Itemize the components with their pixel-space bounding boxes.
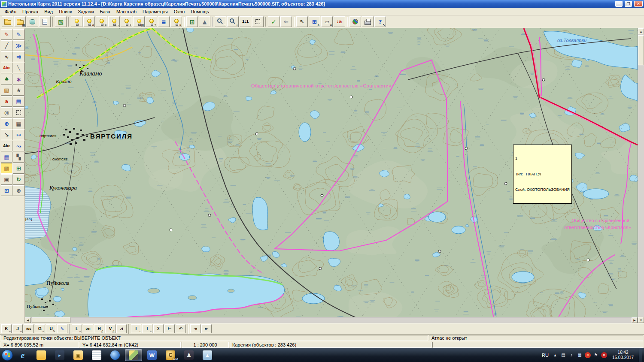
edit-k-button[interactable]: K⌐ (1, 324, 12, 333)
tray-volume-icon[interactable]: ♪ (568, 352, 574, 358)
tool-spline[interactable]: ∿ (1, 51, 12, 62)
text-list-button[interactable]: :a (334, 16, 345, 27)
find-list-button[interactable]: ≡ (96, 16, 107, 27)
zoom-in-button[interactable]: + (227, 16, 239, 27)
menu-search[interactable]: Поиск (56, 9, 75, 15)
tool-line[interactable]: ╱ (1, 40, 12, 51)
tool-parallel[interactable]: ⇉ (13, 51, 24, 62)
language-indicator[interactable]: RU (541, 353, 550, 358)
show-desktop-button[interactable] (639, 348, 642, 362)
vertical-scrollbar[interactable]: ▲ ▼ (638, 28, 644, 323)
scroll-left-button[interactable]: ◀ (25, 317, 31, 323)
find-button[interactable] (71, 16, 82, 27)
tool-curve-arrow[interactable]: ↝ (13, 141, 24, 151)
open-data-button[interactable]: ▦ (14, 16, 26, 27)
menu-database[interactable]: База (97, 9, 113, 15)
tool-text-abc2[interactable]: Abc (1, 141, 12, 151)
tool-fill-select[interactable]: ▨ (1, 163, 12, 174)
tray-error-icon[interactable]: × (601, 352, 607, 358)
close-button[interactable]: ✕ (634, 1, 643, 7)
indent-down-button[interactable]: I- (131, 324, 141, 333)
objects-list-button[interactable]: ≣ (158, 16, 170, 27)
database-button[interactable] (27, 16, 38, 27)
h-align-button[interactable]: H∠ (94, 324, 104, 333)
undo-button[interactable]: ⇐ (280, 16, 292, 27)
map-scheme-button[interactable]: ⊞ (186, 16, 198, 27)
menu-file[interactable]: Файл (2, 9, 19, 15)
tool-select-rect[interactable] (13, 107, 24, 118)
tool-grid-star[interactable]: ∗ (13, 74, 24, 84)
undo-point-button[interactable]: ↶ (176, 324, 186, 333)
taskbar-folders[interactable]: ▣ (70, 349, 87, 361)
palette-button[interactable] (349, 16, 361, 27)
scale-indicator[interactable]: 1 : 200 000 (182, 342, 229, 348)
taskbar-ie[interactable]: e (14, 349, 31, 361)
tool-blocks-add[interactable]: ⊞ (13, 163, 24, 174)
start-button[interactable] (2, 350, 13, 361)
tool-gear[interactable]: ⊛ (13, 185, 24, 196)
horizontal-scrollbar[interactable]: ◀ ▶ (25, 317, 638, 323)
open-button[interactable] (2, 16, 13, 27)
taskbar-map-app[interactable] (125, 349, 142, 361)
tool-grid-blue[interactable]: ▦ (1, 152, 12, 163)
menu-window[interactable]: Окно (171, 9, 188, 15)
tool-window-frame[interactable]: ⊡ (1, 185, 12, 196)
delete-point-button[interactable]: Del (83, 324, 93, 333)
insert-button[interactable]: INS (24, 324, 34, 333)
tool-move-set[interactable]: ≫ (13, 40, 24, 51)
taskbar-1c[interactable]: ССМ (162, 349, 179, 361)
tool-star[interactable]: ★ (13, 85, 24, 96)
taskbar-word[interactable]: W (143, 349, 161, 361)
indent-up-button[interactable]: I= (142, 324, 152, 333)
sum-button[interactable]: Σ (153, 324, 164, 333)
corner-button[interactable]: L⌐ (72, 324, 82, 333)
layers-page-button[interactable] (39, 16, 51, 27)
tool-symbol-a[interactable]: a (1, 96, 12, 107)
scroll-down-button[interactable]: ▼ (638, 317, 644, 323)
fit-window-button[interactable] (252, 16, 264, 27)
layer-list-button[interactable]: ▧ (55, 16, 67, 27)
menu-help[interactable]: Помощь (188, 9, 212, 15)
scroll-right-button[interactable]: ▶ (632, 317, 638, 323)
menu-view[interactable]: Вид (41, 9, 56, 15)
tray-alert-icon[interactable]: × (585, 352, 591, 358)
tool-copy-window[interactable]: ▣ (1, 174, 12, 185)
taskbar-globe[interactable] (106, 349, 124, 361)
shift-left-button[interactable]: ⇤ (201, 324, 212, 333)
tool-globe[interactable]: ⊕ (1, 118, 12, 129)
tray-keyboard-icon[interactable]: ▤ (560, 352, 566, 358)
v-align-button[interactable]: V∠ (105, 324, 115, 333)
taskbar-person[interactable]: ♟ (180, 349, 197, 361)
tray-flag-icon[interactable]: ⚑ (593, 352, 599, 358)
taskbar-viewer[interactable]: ▲ (199, 349, 216, 361)
edit-j-button[interactable]: J⌐ (12, 324, 23, 333)
horizontal-scroll-thumb[interactable] (32, 317, 70, 323)
find-name-button[interactable]: a (83, 16, 95, 27)
tool-edit-point[interactable]: ✎ (1, 29, 12, 40)
scroll-up-button[interactable]: ▲ (638, 28, 644, 34)
minimize-button[interactable]: ─ (615, 1, 623, 7)
scale-1-1-button[interactable]: 1:1 (240, 16, 251, 27)
tool-center-dot[interactable]: ◎ (1, 107, 12, 118)
sketch-button[interactable]: ✎ (57, 324, 67, 333)
edit-g-button[interactable]: G⌐ (35, 324, 45, 333)
zoom-out-button[interactable]: − (215, 16, 226, 27)
pointer-button[interactable]: ↖ (296, 16, 308, 27)
find-layers-button[interactable]: ▤ (133, 16, 145, 27)
maximize-button[interactable]: ❐ (625, 1, 632, 7)
tool-draw[interactable]: ✎ (13, 29, 24, 40)
relief-button[interactable]: ▲ (199, 16, 210, 27)
map-viewport[interactable]: Кааламо Каллио ВЯРТСИЛЯ Вяртсиля скотсяв… (25, 28, 638, 317)
tool-objects[interactable]: ▧ (1, 85, 12, 96)
vertical-scroll-thumb[interactable] (638, 35, 644, 65)
taskbar-notes[interactable] (88, 349, 105, 361)
find-area-button[interactable]: ▱ (108, 16, 120, 27)
menu-scale[interactable]: Масштаб (113, 9, 140, 15)
find-cancel-button[interactable]: × (170, 16, 182, 27)
tool-blocks[interactable]: ▚ (13, 152, 24, 163)
find-add-button[interactable]: + (121, 16, 132, 27)
menu-tasks[interactable]: Задачи (75, 9, 97, 15)
taskbar-explorer[interactable] (33, 349, 50, 361)
stop-button[interactable]: ⊢ (164, 324, 175, 333)
print-button[interactable] (362, 16, 374, 27)
